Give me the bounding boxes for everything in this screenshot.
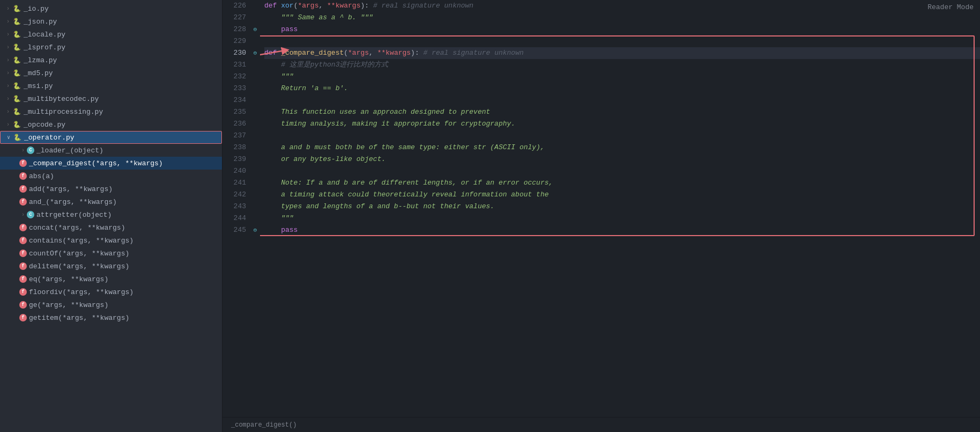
file-icon-io: 🐍 (12, 4, 21, 13)
sidebar-label-and: and_(*args, **kwargs) (29, 198, 222, 206)
sidebar-item-countof[interactable]: f countOf(*args, **kwargs) (0, 247, 222, 260)
line-num-235: 235 (222, 106, 246, 118)
line-num-231: 231 (222, 59, 246, 71)
chevron-right-icon: › (4, 57, 12, 63)
sidebar-item-and[interactable]: f and_(*args, **kwargs) (0, 195, 222, 208)
file-icon-md5: 🐍 (12, 68, 21, 78)
sidebar-item-opcode[interactable]: › 🐍 _opcode.py (0, 118, 222, 131)
fold-232 (250, 71, 260, 83)
sidebar-label-lzma: _lzma.py (24, 56, 222, 64)
code-line-241: Note: If a and b are of different length… (264, 177, 980, 189)
sidebar-item-delitem[interactable]: f delitem(*args, **kwargs) (0, 260, 222, 273)
fold-236 (250, 118, 260, 130)
status-bar: _compare_digest() (222, 417, 980, 432)
fold-233 (250, 83, 260, 94)
code-line-243: types and lengths of a and b--but not th… (264, 201, 980, 213)
sidebar-label-floordiv: floordiv(*args, **kwargs) (29, 288, 222, 296)
line-num-237: 237 (222, 130, 246, 142)
sidebar-item-attrgetter[interactable]: › C attrgetter(object) (0, 208, 222, 221)
code-editor[interactable]: def xor(*args, **kwargs): # real signatu… (260, 0, 980, 417)
line-num-242: 242 (222, 189, 246, 201)
file-icon-msi: 🐍 (12, 81, 21, 91)
code-line-235: This function uses an approach designed … (264, 106, 980, 118)
file-icon-opcode: 🐍 (12, 120, 21, 129)
file-icon-lzma: 🐍 (12, 55, 21, 65)
fold-234 (250, 94, 260, 106)
fold-242 (250, 189, 260, 201)
line-num-241: 241 (222, 177, 246, 189)
sidebar-item-getitem[interactable]: f getitem(*args, **kwargs) (0, 311, 222, 324)
sidebar-item-md5[interactable]: › 🐍 _md5.py (0, 67, 222, 79)
code-line-226: def xor(*args, **kwargs): # real signatu… (264, 0, 980, 12)
func-icon-and: f (19, 198, 27, 206)
line-num-243: 243 (222, 201, 246, 213)
func-icon-ge: f (19, 301, 27, 309)
chevron-right-icon: › (4, 70, 12, 76)
sidebar-item-locale[interactable]: › 🐍 _locale.py (0, 28, 222, 41)
func-icon-delitem: f (19, 262, 27, 270)
sidebar-item-lsprof[interactable]: › 🐍 _lsprof.py (0, 41, 222, 54)
fold-229 (250, 35, 260, 47)
chevron-right-icon: › (4, 45, 12, 50)
fold-228[interactable]: ⊖ (250, 24, 260, 35)
code-line-245: pass (264, 224, 980, 236)
sidebar-item-compare-digest[interactable]: f _compare_digest(*args, **kwargs) (0, 157, 222, 170)
func-icon-contains: f (19, 237, 27, 244)
line-num-239: 239 (222, 153, 246, 165)
sidebar-label-multibytecodec: _multibytecodec.py (24, 95, 222, 103)
sidebar-item-concat[interactable]: f concat(*args, **kwargs) (0, 221, 222, 234)
sidebar-label-io: _io.py (24, 5, 222, 13)
class-icon-attrgetter: C (27, 211, 34, 218)
code-line-244: """ (264, 213, 980, 224)
sidebar-item-operator[interactable]: ∨ 🐍 _operator.py (0, 131, 222, 144)
file-icon-locale: 🐍 (12, 30, 21, 39)
chevron-right-icon: › (4, 96, 12, 102)
sidebar-item-eq[interactable]: f eq(*args, **kwargs) (0, 273, 222, 285)
sidebar-item-ge[interactable]: f ge(*args, **kwargs) (0, 298, 222, 311)
code-line-232: """ (264, 71, 980, 83)
code-line-227: """ Same as a ^ b. """ (264, 12, 980, 24)
line-num-229: 229 (222, 35, 246, 47)
class-icon-loader: C (27, 147, 34, 154)
sidebar-label-getitem: getitem(*args, **kwargs) (29, 314, 222, 322)
sidebar-item-contains[interactable]: f contains(*args, **kwargs) (0, 234, 222, 247)
line-num-244: 244 (222, 213, 246, 224)
fold-227 (250, 12, 260, 24)
chevron-right-icon: › (4, 6, 12, 12)
sidebar-label-operator: _operator.py (24, 134, 221, 142)
code-line-240 (264, 165, 980, 177)
file-icon-json: 🐍 (12, 17, 21, 26)
file-icon-operator: 🐍 (12, 133, 22, 142)
sidebar-item-msi[interactable]: › 🐍 _msi.py (0, 79, 222, 92)
line-num-230: 230 (222, 47, 246, 59)
sidebar-item-floordiv[interactable]: f floordiv(*args, **kwargs) (0, 285, 222, 298)
sidebar-label-abs: abs(a) (29, 172, 222, 180)
func-icon-concat: f (19, 224, 27, 231)
sidebar-item-add[interactable]: f add(*args, **kwargs) (0, 182, 222, 195)
sidebar-item-loader[interactable]: › C _loader_(object) (0, 144, 222, 157)
func-icon-floordiv: f (19, 288, 27, 296)
file-icon-multiprocessing: 🐍 (12, 107, 21, 116)
line-num-227: 227 (222, 12, 246, 24)
sidebar-label-concat: concat(*args, **kwargs) (29, 224, 222, 232)
sidebar-label-json: _json.py (24, 18, 222, 26)
sidebar-label-loader: _loader_(object) (36, 147, 222, 155)
code-line-242: a timing attack could theoretically reve… (264, 189, 980, 201)
fold-230[interactable]: ⊖ (250, 47, 260, 59)
sidebar-label-lsprof: _lsprof.py (24, 43, 222, 52)
sidebar-item-abs[interactable]: f abs(a) (0, 170, 222, 182)
fold-241 (250, 177, 260, 189)
chevron-right-icon: › (19, 148, 27, 153)
file-tree-sidebar[interactable]: › 🐍 _io.py › 🐍 _json.py › 🐍 _locale.py ›… (0, 0, 222, 432)
sidebar-item-lzma[interactable]: › 🐍 _lzma.py (0, 54, 222, 67)
fold-240 (250, 165, 260, 177)
code-line-236: timing analysis, making it appropriate f… (264, 118, 980, 130)
sidebar-label-msi: _msi.py (24, 82, 222, 90)
sidebar-item-multibytecodec[interactable]: › 🐍 _multibytecodec.py (0, 92, 222, 105)
sidebar-item-io[interactable]: › 🐍 _io.py (0, 2, 222, 15)
chevron-right-icon: › (4, 83, 12, 89)
fold-245[interactable]: ⊖ (250, 224, 260, 236)
status-function-label: _compare_digest() (231, 421, 296, 429)
sidebar-item-multiprocessing[interactable]: › 🐍 _multiprocessing.py (0, 105, 222, 118)
sidebar-item-json[interactable]: › 🐍 _json.py (0, 15, 222, 28)
